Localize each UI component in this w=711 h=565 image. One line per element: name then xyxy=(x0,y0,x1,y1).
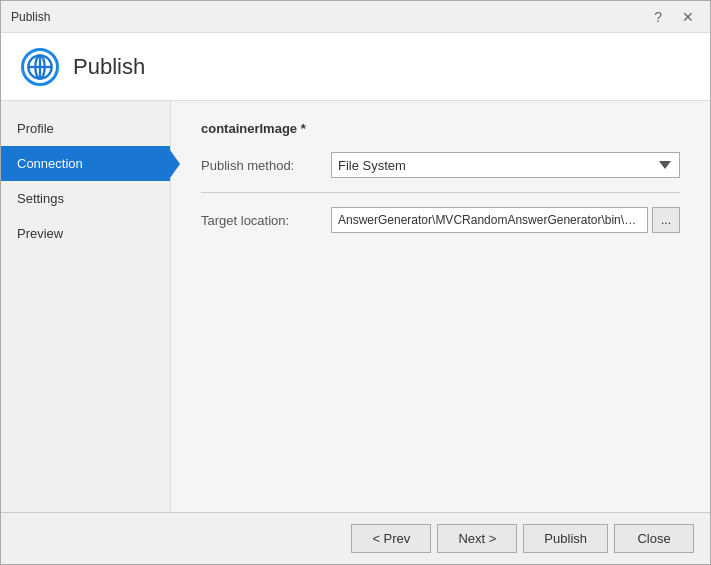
target-location-row: Target location: ... xyxy=(201,207,680,233)
publish-method-select[interactable]: File System FTP Web Deploy Web Deploy Pa… xyxy=(331,152,680,178)
sidebar-item-preview[interactable]: Preview xyxy=(1,216,170,251)
browse-button[interactable]: ... xyxy=(652,207,680,233)
sidebar-item-connection[interactable]: Connection xyxy=(1,146,170,181)
close-button[interactable]: Close xyxy=(614,524,694,553)
target-location-input[interactable] xyxy=(331,207,648,233)
dialog-content: Profile Connection Settings Preview cont… xyxy=(1,101,710,512)
prev-button[interactable]: < Prev xyxy=(351,524,431,553)
sidebar-item-settings[interactable]: Settings xyxy=(1,181,170,216)
dialog-title: Publish xyxy=(73,54,145,80)
title-bar-title: Publish xyxy=(11,10,50,24)
publish-method-label: Publish method: xyxy=(201,158,331,173)
sidebar-item-profile[interactable]: Profile xyxy=(1,111,170,146)
section-title: containerImage * xyxy=(201,121,680,136)
globe-icon xyxy=(21,48,59,86)
dialog-header: Publish xyxy=(1,33,710,101)
sidebar: Profile Connection Settings Preview xyxy=(1,101,171,512)
publish-button[interactable]: Publish xyxy=(523,524,608,553)
target-location-label: Target location: xyxy=(201,213,331,228)
dialog-footer: < Prev Next > Publish Close xyxy=(1,512,710,564)
publish-method-row: Publish method: File System FTP Web Depl… xyxy=(201,152,680,178)
title-bar-controls: ? ✕ xyxy=(648,7,700,27)
target-location-control-group: ... xyxy=(331,207,680,233)
section-divider xyxy=(201,192,680,193)
help-button[interactable]: ? xyxy=(648,7,668,27)
main-content: containerImage * Publish method: File Sy… xyxy=(171,101,710,512)
publish-method-control-group: File System FTP Web Deploy Web Deploy Pa… xyxy=(331,152,680,178)
close-window-button[interactable]: ✕ xyxy=(676,7,700,27)
title-bar: Publish ? ✕ xyxy=(1,1,710,33)
next-button[interactable]: Next > xyxy=(437,524,517,553)
publish-dialog: Publish ? ✕ Publish Profile Connection xyxy=(0,0,711,565)
title-bar-label: Publish xyxy=(11,10,50,24)
